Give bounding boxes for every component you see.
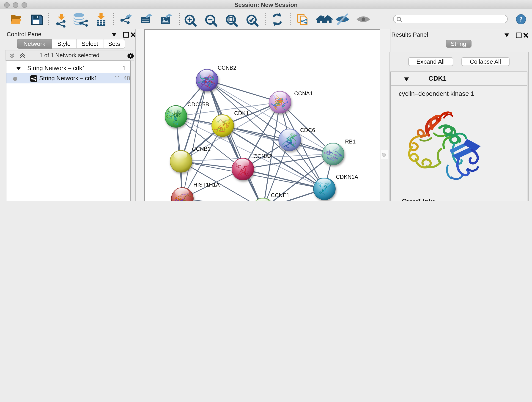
svg-text:HIST1H1A: HIST1H1A (193, 182, 220, 188)
svg-text:RB1: RB1 (345, 138, 356, 145)
svg-text:CDKN1A: CDKN1A (336, 174, 358, 180)
svg-text:?: ? (519, 15, 523, 23)
svg-text:CDC6: CDC6 (300, 127, 315, 133)
svg-text:CCNB1: CCNB1 (192, 146, 210, 152)
svg-text:CCNB2: CCNB2 (218, 65, 236, 71)
svg-text:CCNA1: CCNA1 (294, 90, 313, 96)
svg-text:CDK1: CDK1 (234, 110, 249, 116)
svg-text:CCNA2: CCNA2 (253, 153, 272, 159)
svg-text:CCNE1: CCNE1 (271, 192, 289, 198)
svg-text:CDC25B: CDC25B (187, 101, 209, 108)
